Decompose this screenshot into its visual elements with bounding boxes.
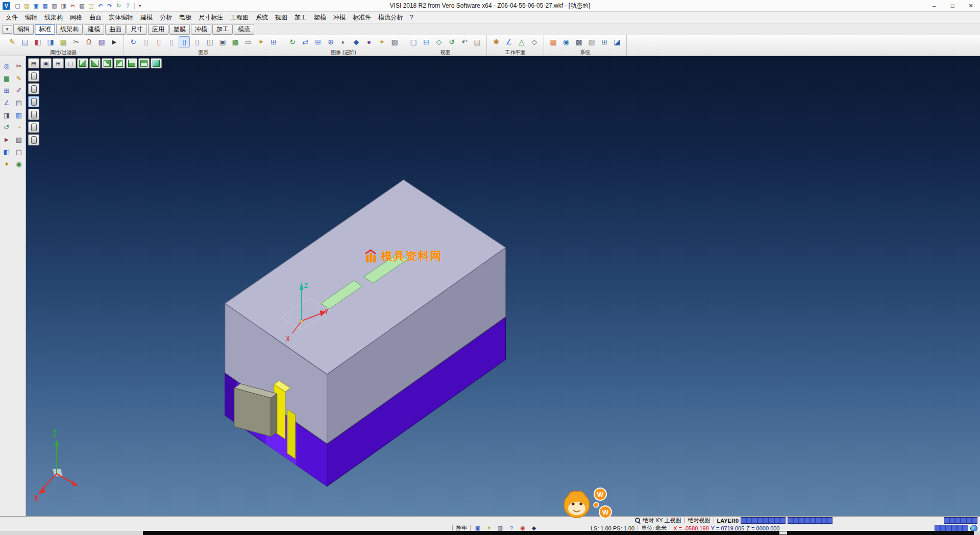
display-filter-1[interactable] [28, 70, 39, 82]
menu-item[interactable]: 建模 [137, 13, 156, 22]
render-icon[interactable]: ● [363, 36, 375, 47]
wireframe-display-icon[interactable]: ▯ [153, 36, 164, 47]
add-element-icon[interactable]: ⊞ [1, 85, 12, 96]
display-config-icon[interactable]: ▣ [40, 58, 52, 68]
grid-settings-icon[interactable]: ▩ [573, 36, 584, 47]
display-filter-3[interactable] [28, 96, 39, 107]
layer-manager-icon[interactable]: ▦ [548, 36, 559, 47]
transparent-display-icon[interactable]: ▯ [191, 36, 203, 47]
zoom-extents-icon[interactable]: ⊕ [325, 36, 336, 47]
quick-select-icon[interactable]: ► [109, 36, 120, 47]
color-filter-icon[interactable]: ◧ [32, 36, 43, 47]
menu-item[interactable]: 线架构 [41, 13, 66, 22]
menu-item[interactable]: 网格 [66, 13, 86, 22]
menu-item[interactable]: 编辑 [21, 13, 41, 22]
menu-item[interactable]: 电极 [176, 13, 195, 22]
quickbar-dropdown-icon[interactable]: ▾ [137, 4, 143, 8]
material-icon[interactable]: ◪ [611, 36, 623, 47]
display-filter-5[interactable] [28, 121, 39, 133]
perspective-icon[interactable]: ◆ [351, 36, 362, 47]
selection-mask-icon[interactable]: ▧ [96, 36, 107, 47]
palette-icon[interactable]: ▥ [13, 109, 24, 120]
menu-item[interactable]: 工程图 [227, 13, 252, 22]
section-view-icon[interactable]: ▣ [217, 36, 228, 47]
open-file-icon[interactable]: ▤ [22, 2, 31, 10]
undo-history-icon[interactable]: ↺ [1, 121, 12, 133]
box-tool-icon[interactable]: ▢ [13, 146, 24, 157]
display-filter-6[interactable] [28, 134, 39, 145]
info-properties-icon[interactable]: ▤ [19, 36, 31, 47]
view-mode-label[interactable]: 绝对 XY 上视图 [643, 517, 681, 524]
element-filter-icon[interactable]: ▦ [58, 36, 69, 47]
menu-item[interactable]: 实体编辑 [105, 13, 137, 22]
menu-item[interactable]: 文件 [2, 13, 21, 22]
print-icon[interactable]: ▥ [50, 2, 59, 10]
edge-display-icon[interactable]: ▭ [242, 36, 254, 47]
magnet-snap-icon[interactable]: Ω [83, 36, 94, 47]
undo-icon[interactable]: ↶ [96, 2, 105, 10]
paste-icon[interactable]: ◫ [87, 2, 95, 10]
snap-settings-icon[interactable]: ▨ [586, 36, 597, 47]
pan-view-icon[interactable]: ⇄ [300, 36, 311, 47]
redo-icon[interactable]: ↷ [105, 2, 114, 10]
tab[interactable]: 加工 [212, 24, 233, 35]
sketch-icon[interactable]: ✎ [13, 72, 24, 84]
workplane-align-icon[interactable]: ∠ [503, 36, 514, 47]
workplane-new-icon[interactable]: ✱ [491, 36, 502, 47]
menu-item[interactable]: 加工 [291, 13, 310, 22]
menu-item[interactable]: 模流分析 [375, 13, 406, 22]
new-file-icon[interactable]: ▢ [13, 2, 22, 10]
menu-item[interactable]: 分析 [156, 13, 176, 22]
maximize-button[interactable]: □ [943, 1, 962, 11]
tab[interactable]: 建模 [84, 24, 104, 35]
regen-icon[interactable]: ↻ [114, 2, 123, 10]
help-icon[interactable]: ? [124, 2, 132, 10]
tab[interactable]: 模流 [234, 24, 254, 35]
menu-item[interactable]: 尺寸标注 [195, 13, 227, 22]
half-shade-icon[interactable]: ◨ [1, 109, 12, 120]
target-icon[interactable]: ◉ [13, 158, 24, 169]
save-all-icon[interactable]: ▦ [41, 2, 50, 10]
tab-dropdown-icon[interactable]: ▼ [2, 25, 12, 34]
taskbar-app-icon[interactable] [779, 531, 787, 534]
menu-item[interactable]: 视图 [272, 13, 291, 22]
view-list-icon[interactable]: ▤ [472, 36, 483, 47]
tab[interactable]: 应用 [148, 24, 168, 35]
zoom-window-icon[interactable]: ⊞ [312, 36, 324, 47]
cube-view-nw-icon[interactable] [102, 58, 113, 68]
bounding-box-icon[interactable]: ◫ [204, 36, 215, 47]
element-list-icon[interactable]: ▤ [13, 97, 24, 108]
menu-item[interactable]: 冲模 [330, 13, 349, 22]
lights-icon[interactable]: ✦ [376, 36, 387, 47]
viewport-canvas[interactable]: Z Y X Z X [26, 56, 980, 516]
wireframe-box-icon[interactable]: ▢ [65, 58, 76, 68]
tab[interactable]: 标准 [35, 24, 55, 35]
hatch-icon[interactable]: ▧ [13, 134, 24, 145]
layer-list-icon[interactable]: ▤ [28, 58, 39, 68]
hatch-display-icon[interactable]: ▩ [230, 36, 241, 47]
tab[interactable]: 线架构 [56, 24, 83, 35]
view-front-icon[interactable]: ▢ [408, 36, 419, 47]
menu-item[interactable]: 曲面 [86, 13, 105, 22]
cube-view-front-icon[interactable] [138, 58, 150, 68]
tab[interactable]: 冲模 [191, 24, 211, 35]
menu-item[interactable]: 标准件 [349, 13, 375, 22]
play-icon[interactable]: ► [1, 134, 12, 145]
save-icon[interactable]: ▣ [32, 2, 40, 10]
menu-item[interactable]: 系统 [252, 13, 272, 22]
workplane-origin-icon[interactable]: ◇ [529, 36, 540, 47]
regen-graphics-icon[interactable]: ↻ [128, 36, 139, 47]
background-icon[interactable]: ▨ [389, 36, 400, 47]
tab[interactable]: 塑膜 [169, 24, 190, 35]
view-previous-icon[interactable]: ↶ [459, 36, 470, 47]
layer-filter-icon[interactable]: ◨ [45, 36, 56, 47]
shaded-display-icon[interactable]: ▯ [179, 36, 190, 47]
menu-item[interactable]: ? [406, 14, 417, 21]
timer-icon[interactable]: ◔ [13, 121, 24, 133]
calculator-icon[interactable]: ⊞ [599, 36, 610, 47]
absolute-view-label[interactable]: 绝对视图 [688, 517, 710, 524]
cube-view-se-icon[interactable] [89, 58, 101, 68]
cube-view-ne-icon[interactable] [114, 58, 125, 68]
attributes-icon[interactable]: ✎ [7, 36, 18, 47]
zoom-select-icon[interactable]: ◎ [1, 60, 12, 71]
